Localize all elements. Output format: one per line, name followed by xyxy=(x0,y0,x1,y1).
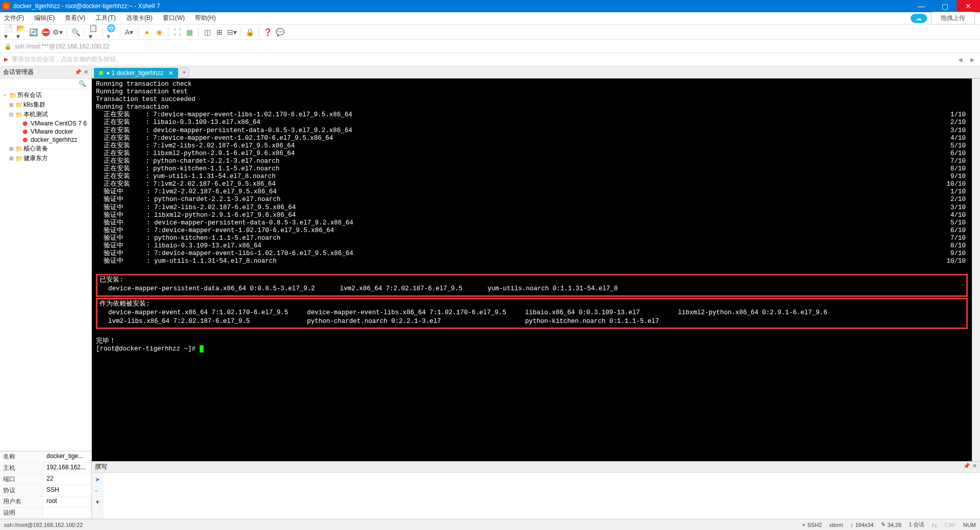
search-icon[interactable]: 🔍 xyxy=(71,28,80,37)
tab-close-icon[interactable]: ✕ xyxy=(168,70,173,77)
separator xyxy=(66,28,67,37)
size-icon: ↕ xyxy=(850,522,853,528)
menu-tabs[interactable]: 选项卡(B) xyxy=(124,13,155,23)
status-num: NUM xyxy=(963,522,976,528)
history-back-icon[interactable]: ← xyxy=(94,487,101,494)
installed-highlight: 已安装: device-mapper-persistent-data.x86_6… xyxy=(96,274,968,296)
flag-icon[interactable]: ▶ xyxy=(4,56,8,62)
chat-icon[interactable]: 💬 xyxy=(275,28,284,37)
dropdown-icon[interactable]: ▾ xyxy=(96,498,99,506)
status-size: 184x34 xyxy=(855,522,874,528)
property-key: 名称 xyxy=(0,451,43,462)
maximize-button[interactable]: ▢ xyxy=(933,0,957,12)
pin-icon[interactable]: 📌 xyxy=(963,463,970,471)
menu-window[interactable]: 窗口(W) xyxy=(161,13,187,23)
tree-item-label: k8s集群 xyxy=(23,100,45,109)
search-icon[interactable]: 🔍 xyxy=(79,80,89,87)
compose-body: ➤ ← ▾ xyxy=(92,473,980,519)
separator xyxy=(102,28,103,37)
tree-root-label: 所有会话 xyxy=(17,91,42,99)
hint-bar: ▶ 要添加当前会话，点击左侧的箭头按钮。 ◄ ► xyxy=(0,53,980,66)
disconnect-icon[interactable]: ⛔ xyxy=(41,28,50,37)
collapse-icon[interactable]: ⊟ xyxy=(8,112,14,117)
tree-item[interactable]: 🔴VMware docker xyxy=(0,128,91,136)
tab-add-button[interactable]: + xyxy=(179,67,189,78)
property-value xyxy=(43,508,91,518)
tab-strip: ● 1 docker_tigerhhzz ✕ + xyxy=(92,66,980,79)
layout2-icon[interactable]: ⊞ xyxy=(215,28,224,37)
toolbar: 📄▾ 📂▾ 🔄 ⛔ ⚙▾ 🔍 📋▾ 🌐▾ A▾ ● ◉ ⛶ ▦ ◫ ⊞ ⊟▾ 🔒… xyxy=(0,24,980,40)
fullscreen-icon[interactable]: ⛶ xyxy=(173,28,182,37)
tree-item[interactable]: ⊞📁核心装备 xyxy=(0,144,91,154)
status-sessions: 1 会话 xyxy=(909,521,924,528)
address-text: ssh://root:***@192.168.162.100:22 xyxy=(15,43,110,50)
minimize-button[interactable]: — xyxy=(910,0,933,12)
new-session-icon[interactable]: 📄▾ xyxy=(4,28,13,37)
expand-icon[interactable]: ⊞ xyxy=(8,102,14,108)
compose-input[interactable] xyxy=(103,473,980,519)
layout3-icon[interactable]: ⊟▾ xyxy=(227,28,236,37)
copy-icon[interactable]: 📋▾ xyxy=(89,28,98,37)
close-button[interactable]: ✕ xyxy=(957,0,980,12)
tree-item[interactable]: ⊞📁k8s集群 xyxy=(0,100,91,110)
separator xyxy=(198,28,199,37)
tree-root[interactable]: − 📁 所有会话 xyxy=(0,90,91,100)
layout1-icon[interactable]: ◫ xyxy=(203,28,212,37)
stop-record-icon[interactable]: ◉ xyxy=(155,28,164,37)
session-panel-header: 会话管理器 📌 ✕ xyxy=(0,66,91,79)
sidebar: 会话管理器 📌 ✕ 🔍 − 📁 所有会话 ⊞📁k8s集群⊟📁本机测试🔴VMwar… xyxy=(0,66,92,519)
upload-button[interactable]: 拖拽上传 xyxy=(931,12,975,24)
separator xyxy=(168,28,168,37)
cloud-sync-button[interactable]: ☁ xyxy=(911,14,927,23)
menu-view[interactable]: 查看(V) xyxy=(63,13,87,23)
panel-close-icon[interactable]: ✕ xyxy=(84,69,88,75)
send-icon[interactable]: ➤ xyxy=(95,476,100,483)
property-value: SSH xyxy=(43,485,91,496)
property-value: root xyxy=(43,496,91,507)
property-row: 说明 xyxy=(0,508,91,519)
session-properties: 名称docker_tige...主机192.168.162...端口22协议SS… xyxy=(0,451,91,519)
window-title: docker_tigerhhzz - root@docker-tigerhhzz… xyxy=(13,3,160,10)
globe-icon[interactable]: 🌐▾ xyxy=(107,28,116,37)
properties-icon[interactable]: ⚙▾ xyxy=(53,28,62,37)
connected-icon: ● xyxy=(802,522,805,527)
menubar: 文件(F) 编辑(E) 查看(V) 工具(T) 选项卡(B) 窗口(W) 帮助(… xyxy=(0,12,980,24)
status-bar: ssh://root@192.168.162.100:22 ●SSH2 xter… xyxy=(0,519,980,530)
property-row: 名称docker_tige... xyxy=(0,451,91,463)
tree-item[interactable]: ⊞📁健康东方 xyxy=(0,154,91,163)
folder-icon: 📁 xyxy=(9,92,16,99)
nav-prev-icon[interactable]: ◄ xyxy=(957,56,964,64)
address-bar[interactable]: 🔒 ssh://root:***@192.168.162.100:22 xyxy=(0,40,980,53)
help-icon[interactable]: ❓ xyxy=(263,28,272,37)
compose-title: 撰写 xyxy=(95,463,107,471)
expand-icon[interactable]: ⊞ xyxy=(8,146,14,152)
panel-close-icon[interactable]: ✕ xyxy=(972,463,977,471)
menu-tools[interactable]: 工具(T) xyxy=(93,13,117,23)
nav-next-icon[interactable]: ► xyxy=(969,56,976,64)
tab-label: ● 1 docker_tigerhhzz xyxy=(106,69,163,77)
tree-item[interactable]: 🔴VMware CentOS 7 6 xyxy=(0,119,91,128)
terminal-scrollbar[interactable] xyxy=(972,79,980,461)
pin-icon[interactable]: 📌 xyxy=(75,69,82,75)
connection-icon: 🔴 xyxy=(22,130,30,134)
tree-item[interactable]: ⊟📁本机测试 xyxy=(0,110,91,119)
collapse-icon[interactable]: − xyxy=(2,92,8,98)
expand-icon[interactable]: ⊞ xyxy=(8,156,14,161)
record-icon[interactable]: ● xyxy=(142,28,152,37)
property-value: 22 xyxy=(43,474,91,485)
terminal[interactable]: Running transaction checkRunning transac… xyxy=(92,79,972,461)
menu-help[interactable]: 帮助(H) xyxy=(193,13,218,23)
session-tree[interactable]: − 📁 所有会话 ⊞📁k8s集群⊟📁本机测试🔴VMware CentOS 7 6… xyxy=(0,89,91,451)
separator xyxy=(240,28,241,37)
font-icon[interactable]: A▾ xyxy=(125,28,134,37)
menu-edit[interactable]: 编辑(E) xyxy=(32,13,57,23)
tile-icon[interactable]: ▦ xyxy=(185,28,194,37)
open-icon[interactable]: 📂▾ xyxy=(16,28,26,37)
tree-item[interactable]: 🔴docker_tigerhhzz xyxy=(0,136,91,144)
reconnect-icon[interactable]: 🔄 xyxy=(29,28,38,37)
menu-file[interactable]: 文件(F) xyxy=(2,13,26,23)
tree-item-label: 核心装备 xyxy=(23,144,48,153)
lock-icon[interactable]: 🔒 xyxy=(245,28,254,37)
tab-docker[interactable]: ● 1 docker_tigerhhzz ✕ xyxy=(94,68,178,78)
folder-icon: 📁 xyxy=(15,102,22,109)
